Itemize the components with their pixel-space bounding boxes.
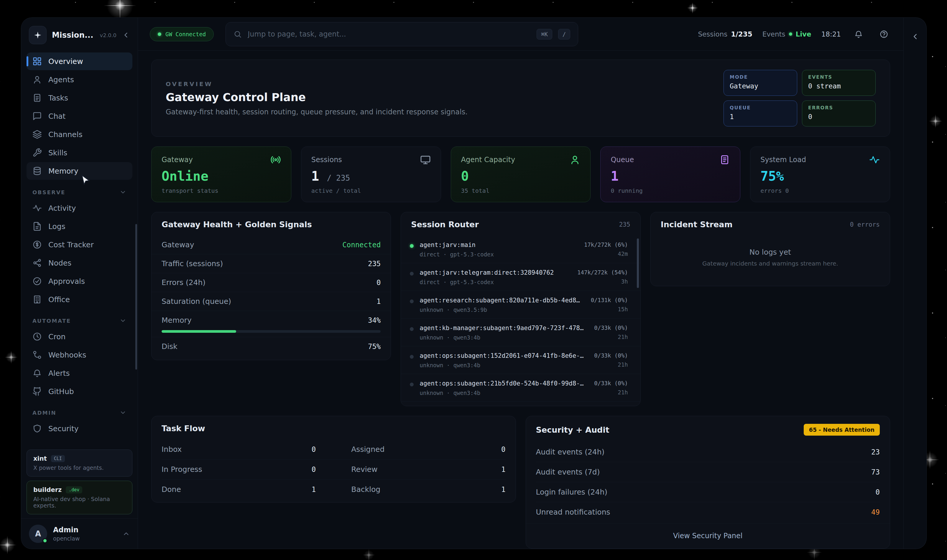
chip-errors: ERRORS 0 bbox=[802, 100, 876, 126]
middle-panels: Gateway Health + Golden Signals Gateway … bbox=[151, 212, 890, 406]
session-row[interactable]: agent:jarv:telegram:direct:328940762 dir… bbox=[401, 263, 640, 291]
sidebar-item-nodes[interactable]: Nodes bbox=[26, 254, 132, 272]
sidebar-section-observe[interactable]: OBSERVE bbox=[26, 180, 132, 199]
search-input[interactable] bbox=[248, 30, 531, 38]
taskflow-row: Done 1 Backlog 1 bbox=[162, 479, 506, 499]
session-row[interactable]: agent:ops:subagent:21b5fd0e-524b-48f0-99… bbox=[401, 374, 640, 402]
taskflow-label: Assigned bbox=[351, 445, 385, 454]
sidebar-nav: Overview Agents Tasks Chat Channels Skil… bbox=[21, 51, 138, 449]
security-row: Audit events (7d) 73 bbox=[536, 462, 880, 482]
security-value: 0 bbox=[876, 488, 880, 496]
sidebar-item-skills[interactable]: Skills bbox=[26, 144, 132, 162]
sidebar-item-chat[interactable]: Chat bbox=[26, 107, 132, 125]
promo-description: AI-native dev shop · Solana experts. bbox=[33, 496, 126, 509]
session-list-scrollbar-thumb[interactable] bbox=[637, 238, 639, 288]
sidebar-item-label: Skills bbox=[48, 149, 67, 157]
chevron-down-icon bbox=[119, 189, 126, 196]
session-row[interactable]: agent:kb-manager:subagent:9aed797e-723f-… bbox=[401, 318, 640, 346]
promo-card-builderz[interactable]: builderz .dev AI-native dev shop · Solan… bbox=[26, 481, 132, 514]
user-menu[interactable]: A Admin openclaw bbox=[21, 518, 138, 549]
chevron-down-icon bbox=[119, 317, 126, 324]
sidebar-item-label: Cron bbox=[48, 332, 65, 341]
sidebar-item-label: Activity bbox=[48, 204, 76, 212]
kpi-title: System Load bbox=[761, 155, 806, 164]
events-label: Events bbox=[762, 30, 785, 38]
kpi-subtext: 35 total bbox=[461, 187, 581, 194]
sidebar-item-label: Channels bbox=[48, 130, 83, 139]
promo-card-xint[interactable]: xint CLI X power tools for agents. bbox=[26, 449, 132, 477]
chip-queue: QUEUE 1 bbox=[724, 100, 797, 126]
kpi-gateway: Gateway Online transport status bbox=[151, 146, 291, 202]
health-value: 0 bbox=[377, 278, 380, 287]
sidebar-item-label: Approvals bbox=[48, 277, 85, 286]
help-button[interactable] bbox=[876, 26, 892, 42]
sidebar-item-github[interactable]: GitHub bbox=[26, 383, 132, 400]
user-icon bbox=[570, 154, 580, 165]
page-title: Gateway Control Plane bbox=[166, 91, 468, 104]
agent-name: agent:research:subagent:820a711e-db5b-4e… bbox=[420, 297, 585, 304]
view-security-panel-button[interactable]: View Security Panel bbox=[526, 523, 890, 548]
kpi-cards: Gateway Online transport status Sessions… bbox=[151, 146, 890, 202]
sidebar: Mission... v2.0.0 Overview Agents Tasks … bbox=[21, 18, 138, 549]
panel-title: Gateway Health + Golden Signals bbox=[162, 220, 312, 229]
sidebar-item-activity[interactable]: Activity bbox=[26, 199, 132, 217]
chip-label: MODE bbox=[730, 74, 791, 80]
sidebar-section-admin[interactable]: ADMIN bbox=[26, 401, 132, 420]
taskflow-row: Inbox 0 Assigned 0 bbox=[162, 440, 506, 459]
security-audit-panel: Security + Audit 65 - Needs Attention Au… bbox=[526, 416, 890, 549]
right-panel-collapse-button[interactable] bbox=[907, 29, 923, 44]
chip-label: QUEUE bbox=[730, 105, 791, 111]
sidebar-item-overview[interactable]: Overview bbox=[26, 52, 132, 70]
live-label: Live bbox=[796, 30, 811, 38]
sidebar-item-alerts[interactable]: Alerts bbox=[26, 364, 132, 382]
sidebar-section-automate[interactable]: AUTOMATE bbox=[26, 309, 132, 328]
sidebar-item-cost-tracker[interactable]: Cost Tracker bbox=[26, 236, 132, 254]
chat-bubble-icon bbox=[32, 111, 42, 121]
sidebar-item-security[interactable]: Security bbox=[26, 420, 132, 437]
sidebar-item-logs[interactable]: Logs bbox=[26, 217, 132, 235]
security-label: Login failures (24h) bbox=[536, 488, 608, 496]
chevron-down-icon bbox=[119, 409, 126, 416]
health-value: 235 bbox=[368, 260, 380, 268]
shield-icon bbox=[32, 424, 42, 433]
app-window: Mission... v2.0.0 Overview Agents Tasks … bbox=[21, 18, 926, 549]
token-usage: 0/33k (0%) bbox=[594, 380, 628, 386]
agent-model: unknown · qwen3:4b bbox=[420, 362, 588, 368]
sidebar-collapse-button[interactable] bbox=[122, 31, 130, 39]
session-row[interactable]: agent:research:subagent:820a711e-db5b-4e… bbox=[401, 291, 640, 318]
dollar-circle-icon bbox=[32, 240, 42, 249]
kpi-title: Agent Capacity bbox=[461, 155, 515, 164]
status-chips: MODE Gateway EVENTS 0 stream QUEUE 1 ERR… bbox=[724, 70, 876, 126]
sidebar-scrollbar-thumb[interactable] bbox=[136, 224, 137, 369]
sidebar-item-webhooks[interactable]: Webhooks bbox=[26, 346, 132, 364]
agent-model: unknown · qwen3:4b bbox=[420, 334, 588, 341]
sidebar-item-agents[interactable]: Agents bbox=[26, 71, 132, 88]
sidebar-item-channels[interactable]: Channels bbox=[26, 126, 132, 143]
taskflow-value: 1 bbox=[501, 485, 505, 494]
empty-state-subtitle: Gateway incidents and warnings stream he… bbox=[659, 260, 881, 267]
sidebar-item-memory[interactable]: Memory bbox=[26, 162, 132, 180]
taskflow-value: 0 bbox=[501, 445, 505, 454]
sidebar-item-tasks[interactable]: Tasks bbox=[26, 89, 132, 107]
empty-state-title: No logs yet bbox=[659, 248, 881, 257]
gateway-status-pill[interactable]: GW Connected bbox=[150, 27, 214, 41]
sidebar-item-office[interactable]: Office bbox=[26, 291, 132, 308]
sidebar-item-approvals[interactable]: Approvals bbox=[26, 272, 132, 290]
health-label: Memory bbox=[162, 316, 192, 325]
notifications-button[interactable] bbox=[851, 26, 866, 42]
star-sparkle bbox=[5, 351, 18, 364]
promo-badge: CLI bbox=[51, 455, 65, 462]
star-sparkle bbox=[929, 114, 942, 128]
kpi-agent-capacity: Agent Capacity 0 35 total bbox=[451, 146, 591, 202]
session-row[interactable]: agent:… bbox=[401, 402, 640, 406]
sidebar-item-label: Office bbox=[48, 295, 70, 304]
queue-list-icon bbox=[719, 154, 730, 165]
panel-meta: 235 bbox=[619, 221, 630, 228]
sidebar-item-cron[interactable]: Cron bbox=[26, 328, 132, 345]
chip-value: Gateway bbox=[730, 82, 791, 90]
health-row: Disk 75% bbox=[152, 337, 391, 356]
session-row[interactable]: agent:jarv:main direct · gpt-5.3-codex 1… bbox=[401, 235, 640, 263]
kpi-title: Queue bbox=[611, 155, 634, 164]
session-row[interactable]: agent:ops:subagent:152d2061-e074-41fb-8e… bbox=[401, 346, 640, 374]
mouse-cursor bbox=[80, 174, 91, 186]
